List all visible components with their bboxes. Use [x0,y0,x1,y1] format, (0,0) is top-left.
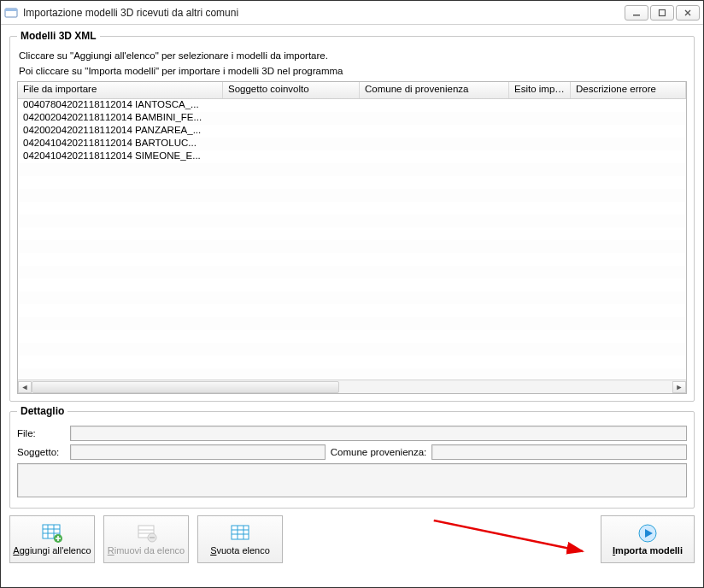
grid-empty-icon [228,523,252,544]
svuota-label: Svuota elenco [210,545,270,556]
bottom-toolbar: Aggiungi all'elenco Rimuovi da elenco [9,512,695,563]
aggiungi-all-elenco-button[interactable]: Aggiungi all'elenco [9,515,95,563]
rimuovi-label: Rimuovi da elenco [108,545,185,556]
cell-esito [509,99,571,112]
svg-rect-2 [633,15,640,16]
scroll-thumb[interactable] [32,381,339,393]
table-row[interactable]: 04200204202118112014 BAMBINI_FE... [18,112,686,125]
svg-rect-15 [232,526,249,539]
cell-file: 04200204202118112014 PANZAREA_... [18,125,223,138]
cell-file: 04204104202118112014 SIMEONE_E... [18,150,223,163]
column-esito[interactable]: Esito import [509,82,571,98]
cell-soggetto [223,150,360,163]
group-dettaglio: Dettaglio File: Soggetto: Comune proveni… [9,405,695,509]
cell-errore [571,99,686,112]
cell-esito [509,150,571,163]
scroll-left-arrow-icon[interactable]: ◄ [18,381,32,393]
svg-rect-1 [5,9,17,11]
cell-errore [571,112,686,125]
file-listview[interactable]: File da importare Soggetto coinvolto Com… [17,81,687,394]
aggiungi-label: Aggiungi all'elenco [13,545,91,556]
cell-esito [509,112,571,125]
svuota-elenco-button[interactable]: Svuota elenco [197,515,283,563]
cell-comune [360,99,509,112]
table-row[interactable]: 00407804202118112014 IANTOSCA_... [18,99,686,112]
app-icon [4,6,18,20]
scroll-track[interactable] [32,381,672,393]
column-soggetto[interactable]: Soggetto coinvolto [223,82,360,98]
column-errore[interactable]: Descrizione errore [571,82,686,98]
field-file [70,426,687,441]
cell-comune [360,125,509,138]
cell-esito [509,125,571,138]
importa-modelli-button[interactable]: Importa modelli [601,515,695,563]
cell-errore [571,138,686,150]
cell-errore [571,150,686,163]
label-comune-provenienza: Comune provenienza: [331,447,427,457]
cell-comune [360,138,509,150]
group-dettaglio-legend: Dettaglio [17,405,67,417]
table-row[interactable]: 04204104202118112014 SIMEONE_E... [18,150,686,163]
instruction-line-1: Cliccare su "Aggiungi all'elenco" per se… [19,50,687,61]
scroll-right-arrow-icon[interactable]: ► [672,381,686,393]
importa-label: Importa modelli [613,545,683,556]
rimuovi-da-elenco-button[interactable]: Rimuovi da elenco [103,515,189,563]
column-comune[interactable]: Comune di provenienza [360,82,509,98]
svg-rect-3 [660,9,666,15]
group-modelli-legend: Modelli 3D XML [17,30,100,42]
field-soggetto [70,444,326,460]
cell-soggetto [223,138,360,150]
cell-soggetto [223,112,360,125]
grid-add-icon [40,523,64,544]
cell-file: 04200204202118112014 BAMBINI_FE... [18,112,223,125]
cell-soggetto [223,99,360,112]
close-button[interactable] [676,5,700,21]
cell-file: 04204104202118112014 BARTOLUC... [18,138,223,150]
titlebar: Importazione modelli 3D ricevuti da altr… [1,1,703,25]
instruction-line-2: Poi cliccare su "Importa modelli" per im… [19,66,687,76]
instructions: Cliccare su "Aggiungi all'elenco" per se… [17,50,687,76]
annotation-arrow-icon [291,515,592,563]
listview-header: File da importare Soggetto coinvolto Com… [18,82,686,99]
cell-soggetto [223,125,360,138]
minimize-button[interactable] [625,5,648,21]
field-notes [17,463,687,497]
cell-comune [360,112,509,125]
maximize-button[interactable] [650,5,674,21]
field-comune-provenienza [431,444,687,460]
cell-esito [509,138,571,150]
label-soggetto: Soggetto: [17,447,65,457]
svg-line-20 [434,520,583,551]
cell-comune [360,150,509,163]
grid-remove-icon [134,523,158,544]
table-row[interactable]: 04204104202118112014 BARTOLUC... [18,138,686,150]
app-window: Importazione modelli 3D ricevuti da altr… [0,0,704,588]
horizontal-scrollbar[interactable]: ◄ ► [18,379,686,393]
cell-file: 00407804202118112014 IANTOSCA_... [18,99,223,112]
table-row[interactable]: 04200204202118112014 PANZAREA_... [18,125,686,138]
play-icon [636,523,660,544]
column-file[interactable]: File da importare [18,82,223,98]
group-modelli-3d-xml: Modelli 3D XML Cliccare su "Aggiungi all… [9,30,695,402]
label-file: File: [17,428,65,438]
cell-errore [571,125,686,138]
listview-rows: 00407804202118112014 IANTOSCA_...0420020… [18,99,686,379]
window-controls [625,5,700,21]
window-title: Importazione modelli 3D ricevuti da altr… [23,7,625,19]
